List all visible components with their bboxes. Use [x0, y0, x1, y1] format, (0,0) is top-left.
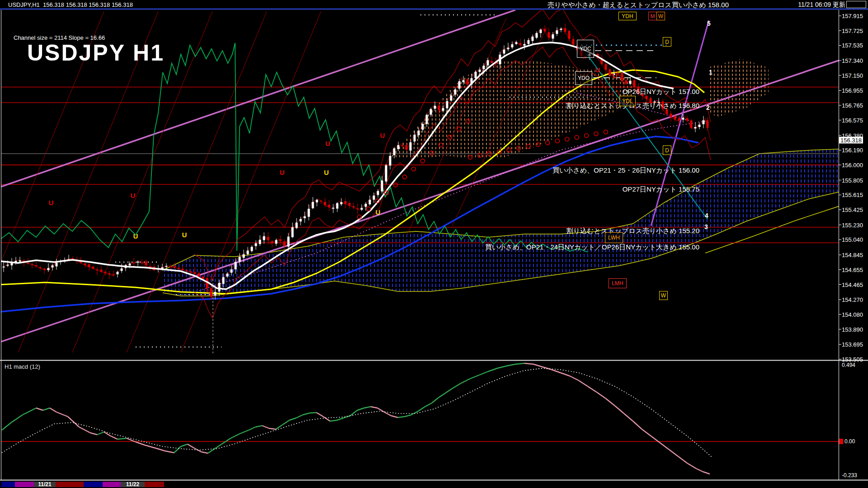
macd-axis-min: -0.233: [842, 472, 857, 479]
order-annotation: OP26日NYカット 157.00: [623, 88, 699, 96]
price-axis-label: 156.575: [842, 117, 863, 123]
level-tag-m: M: [648, 12, 657, 20]
svg-text:U: U: [326, 140, 330, 147]
price-axis-label: 157.150: [842, 72, 863, 79]
symbol-ohlc-readout: USDJPY,H1 156.318 156.318 156.318 156.31…: [8, 1, 133, 8]
wave-number-3: 3: [704, 223, 708, 230]
price-axis-label: 155.805: [842, 177, 863, 183]
order-annotation: OP27日NYカット 155.75: [623, 185, 699, 194]
price-axis-label: 156.765: [842, 102, 863, 109]
price-axis-label: 155.425: [842, 206, 863, 213]
last-updated-timestamp: 11/21 06:09 更新: [798, 1, 845, 9]
level-tag-w: W: [659, 291, 668, 300]
level-tag-d: D: [663, 37, 671, 47]
order-annotation: 買い小さめ、OP21・25・26日NYカット 156.00: [552, 166, 699, 175]
svg-text:U: U: [131, 192, 136, 199]
order-annotation: 買い小さめ、OP21・24日NYカット／OP26日NYカット大きめ 155.00: [485, 243, 699, 252]
wave-number-4: 4: [705, 212, 708, 219]
level-tag-ydl: YDL: [619, 96, 636, 106]
svg-text:U: U: [182, 231, 187, 239]
price-axis-label: 154.655: [842, 266, 863, 273]
header-divider: [0, 9, 868, 9]
order-annotation: 割り込むとストップロス売り小さめ 155.20: [566, 227, 699, 235]
timeline-segment[interactable]: 11/22: [121, 482, 145, 487]
chart-watermark-title: USDJPY H1: [27, 40, 165, 66]
svg-text:U: U: [595, 66, 600, 74]
timeline-segment[interactable]: [1, 482, 15, 487]
price-axis-label: 156.000: [842, 162, 863, 169]
level-tag-ydh: YDH: [618, 12, 637, 20]
price-axis-label: 155.230: [842, 221, 863, 228]
price-axis-label: 157.535: [842, 42, 863, 49]
price-axis-label: 154.845: [842, 252, 863, 258]
level-tag-d: D: [663, 145, 671, 155]
price-axis-label: 154.270: [842, 296, 863, 303]
level-tag-lwh: LWH: [605, 232, 623, 243]
svg-text:U: U: [613, 72, 618, 80]
price-axis-label: 154.465: [842, 281, 863, 288]
svg-text:U: U: [324, 169, 329, 176]
price-axis-label: 157.915: [842, 13, 863, 19]
timeline-segment[interactable]: [103, 482, 121, 487]
macd-panel: [1, 363, 839, 474]
trading-chart-window: UUUUUUUUUUUU USDJPY,H1 156.318 156.318 1…: [0, 0, 868, 488]
macd-axis-max: 0.494: [842, 362, 855, 368]
top-status-bar: USDJPY,H1 156.318 156.318 156.318 156.31…: [0, 0, 868, 9]
timeline-segment[interactable]: [84, 482, 103, 487]
svg-text:U: U: [280, 169, 285, 176]
level-tag-w: W: [656, 12, 665, 20]
wave-number-2: 2: [706, 104, 710, 111]
price-axis-label: 156.955: [842, 87, 863, 94]
session-timeline-bar[interactable]: 11/2111/22: [0, 481, 868, 488]
timeline-segment[interactable]: [145, 482, 164, 487]
level-tag-lmh: LMH: [609, 278, 627, 288]
svg-text:U: U: [380, 131, 385, 139]
price-axis-label: 153.695: [842, 341, 863, 348]
macd-indicator-label: H1 macd (12): [5, 363, 40, 370]
price-axis-label: 156.190: [842, 147, 863, 154]
svg-text:U: U: [49, 199, 54, 206]
price-axis-label: 155.040: [842, 236, 863, 243]
price-axis-label: 157.725: [842, 27, 863, 34]
timeline-date-label: 11/21: [34, 482, 56, 487]
price-axis-label: 157.340: [842, 57, 863, 64]
svg-text:U: U: [376, 208, 381, 216]
wave-number-5: 5: [707, 20, 711, 27]
svg-text:U: U: [133, 232, 138, 240]
timeline-segment[interactable]: 11/21: [34, 482, 56, 487]
wave-number-1: 1: [709, 69, 712, 76]
price-axis-label: 154.080: [842, 311, 863, 318]
price-axis-label: 155.615: [842, 192, 863, 198]
timeline-segment[interactable]: [15, 482, 34, 487]
corner-box: [846, 1, 866, 8]
current-price-badge: 156.318: [839, 137, 863, 144]
price-chart-canvas[interactable]: UUUUUUUUUUUU: [0, 0, 868, 488]
level-tag-ydo: YDO: [575, 71, 592, 85]
teal-projection-line: [587, 54, 708, 219]
macd-axis-zero: 0.00: [844, 438, 855, 445]
price-axis-label: 153.890: [842, 326, 863, 333]
level-tag-ydc: YDC: [577, 40, 594, 58]
timeline-date-label: 11/22: [121, 482, 145, 487]
timeline-segment[interactable]: [56, 482, 84, 487]
